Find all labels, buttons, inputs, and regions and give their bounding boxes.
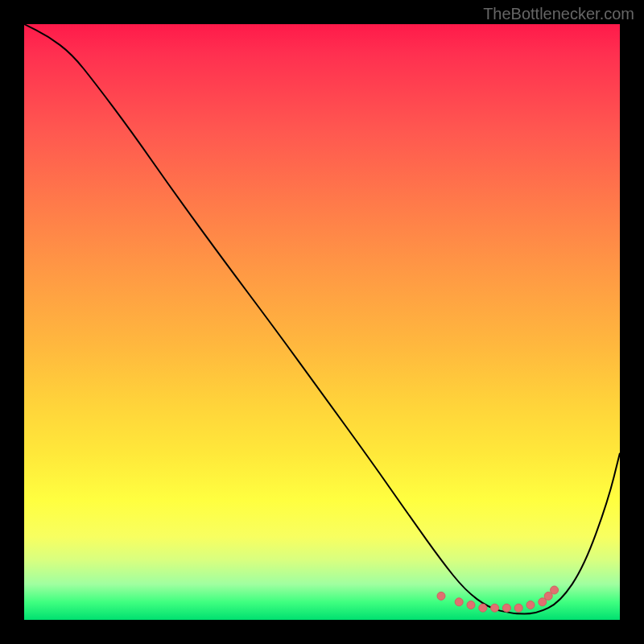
chart-plot-area (24, 24, 620, 620)
bottleneck-curve (24, 24, 620, 614)
watermark-text: TheBottlenecker.com (483, 5, 634, 23)
marker-point (437, 592, 445, 600)
marker-point (514, 604, 522, 612)
marker-point (479, 604, 487, 612)
optimal-range-markers (437, 586, 559, 612)
marker-point (467, 601, 475, 609)
marker-point (502, 604, 510, 612)
marker-point (544, 592, 552, 600)
marker-point (491, 604, 499, 612)
marker-point (455, 598, 463, 606)
marker-point (526, 601, 535, 609)
chart-svg (24, 24, 620, 620)
marker-point (551, 586, 559, 594)
marker-point (539, 598, 547, 606)
